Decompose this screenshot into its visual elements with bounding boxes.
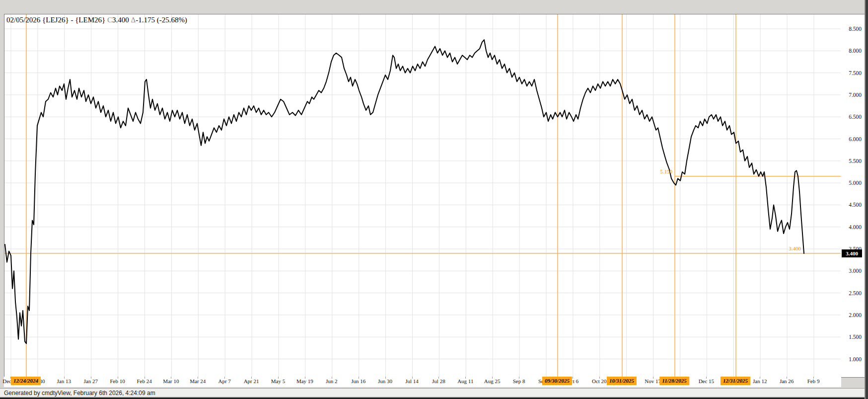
x-tick-label: Aug 11 <box>457 378 473 384</box>
y-tick-label: 8.500 <box>849 26 862 32</box>
event-date-label: 09/30/2025 <box>542 377 572 385</box>
x-tick-label: Jan 12 <box>753 378 767 384</box>
x-tick-label: Aug 25 <box>484 378 501 384</box>
y-tick-label: 7.500 <box>849 70 862 77</box>
event-date-label: 12/24/2024 <box>11 377 41 385</box>
x-tick-label: Jun 30 <box>378 378 392 384</box>
x-tick-label: Jun 16 <box>351 378 365 384</box>
y-tick-label: 8.000 <box>849 48 862 54</box>
x-tick-label: Oct 20 <box>592 378 607 384</box>
x-tick-label: May 5 <box>271 378 285 384</box>
x-tick-label: Jan 26 <box>780 378 794 384</box>
chart-title: 02/05/2026 {LEJ26} - {LEM26} C3.400 Δ-1.… <box>6 16 187 24</box>
y-tick-label: 5.000 <box>849 180 862 186</box>
x-tick-label: Mar 10 <box>163 378 179 384</box>
y-tick-label: 1.000 <box>849 356 862 363</box>
spread-price-line <box>5 40 804 343</box>
y-tick-label: 4.000 <box>849 224 862 231</box>
x-tick-label: Mar 24 <box>190 378 206 384</box>
x-tick-label: Jul 28 <box>432 378 445 384</box>
y-tick-label: 7.000 <box>849 92 862 98</box>
x-tick-label: Feb 10 <box>110 378 125 384</box>
x-tick-label: Nov 17 <box>645 378 661 384</box>
x-tick-label: Jun 2 <box>326 378 338 384</box>
price-chart-plot-area[interactable]: 02/05/2026 {LEJ26} - {LEM26} C3.400 Δ-1.… <box>4 14 841 377</box>
delta-icon: Δ <box>131 16 136 24</box>
x-tick-label: Apr 7 <box>218 378 231 384</box>
event-date-label: 11/28/2025 <box>659 377 689 385</box>
hline-label-5150: 5.150 <box>660 168 672 174</box>
x-tick-label: Feb 24 <box>137 378 151 384</box>
window-right-border[interactable] <box>866 0 868 399</box>
cmdtyview-chart-window: 02/05/2026 {LEJ26} - {LEM26} C3.400 Δ-1.… <box>0 0 868 399</box>
y-tick-label: 1.500 <box>849 334 862 340</box>
close-prefix: C <box>107 16 112 24</box>
y-tick-label: 2.000 <box>849 312 862 319</box>
x-tick-label: Sep 8 <box>513 378 525 384</box>
hline-label-3400: 3.400 <box>789 245 801 251</box>
x-tick-label: Apr 21 <box>244 378 259 384</box>
symbol-spread: {LEJ26} - {LEM26} <box>42 16 105 24</box>
y-tick-label: 6.000 <box>849 136 862 143</box>
chart-canvas <box>4 14 841 377</box>
delta-value: -1.175 (-25.68%) <box>136 16 187 24</box>
status-bar-text: Generated by cmdtyView, February 6th 202… <box>4 390 155 397</box>
quote-date: 02/05/2026 <box>6 16 40 24</box>
last-price-badge: 3.400 <box>842 249 862 257</box>
x-tick-label: May 19 <box>296 378 313 384</box>
x-tick-label: Jan 13 <box>57 378 71 384</box>
x-tick-label: Feb 9 <box>807 378 820 384</box>
y-tick-label: 5.500 <box>849 158 862 164</box>
x-tick-label: Dec 15 <box>699 378 714 384</box>
x-tick-label: Jan 27 <box>83 378 97 384</box>
close-value: 3.400 <box>112 16 129 24</box>
date-axis: Dec 16Dec 30Jan 13Jan 27Feb 10Feb 24Mar … <box>4 377 841 387</box>
y-tick-label: 6.500 <box>849 114 862 120</box>
status-bar: Generated by cmdtyView, February 6th 202… <box>0 388 868 397</box>
event-date-label: 10/31/2025 <box>607 377 637 385</box>
price-axis: 3.400 8.5008.0007.5007.0006.5006.0005.50… <box>841 14 866 378</box>
x-tick-label: Jul 14 <box>405 378 419 384</box>
event-date-label: 12/31/2025 <box>721 377 750 385</box>
y-tick-label: 2.500 <box>849 290 862 297</box>
y-tick-label: 4.500 <box>849 202 862 208</box>
y-tick-label: 3.000 <box>849 268 862 274</box>
